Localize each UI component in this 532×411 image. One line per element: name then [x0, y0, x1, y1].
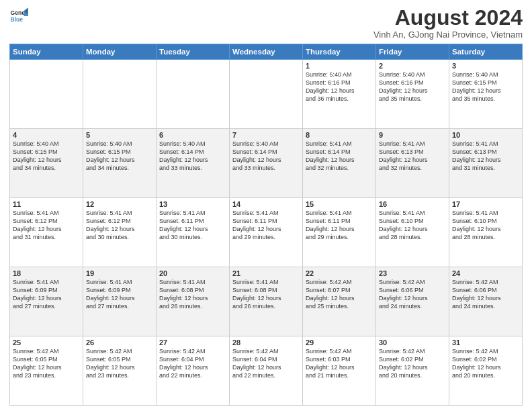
day-info-w4-d2: Sunrise: 5:42 AM Sunset: 6:04 PM Dayligh… — [159, 347, 226, 380]
calendar-cell-w0-d3 — [230, 60, 303, 129]
calendar-cell-w0-d4: 1Sunrise: 5:40 AM Sunset: 6:16 PM Daylig… — [303, 60, 376, 129]
week-row-2: 11Sunrise: 5:41 AM Sunset: 6:12 PM Dayli… — [10, 198, 523, 267]
logo: General Blue — [9, 7, 28, 26]
calendar-cell-w2-d4: 15Sunrise: 5:41 AM Sunset: 6:11 PM Dayli… — [303, 198, 376, 267]
header: General Blue August 2024 Vinh An, GJong … — [9, 7, 523, 40]
day-number-w1-d2: 6 — [159, 131, 226, 139]
day-number-w2-d0: 11 — [13, 200, 80, 208]
day-number-w4-d4: 29 — [306, 338, 373, 347]
day-number-w3-d1: 19 — [86, 269, 153, 277]
day-info-w4-d6: Sunrise: 5:42 AM Sunset: 6:02 PM Dayligh… — [452, 347, 519, 380]
day-info-w3-d1: Sunrise: 5:41 AM Sunset: 6:09 PM Dayligh… — [86, 278, 153, 311]
day-info-w4-d5: Sunrise: 5:42 AM Sunset: 6:02 PM Dayligh… — [379, 347, 446, 380]
calendar-cell-w4-d1: 26Sunrise: 5:42 AM Sunset: 6:05 PM Dayli… — [83, 336, 157, 406]
day-info-w0-d6: Sunrise: 5:40 AM Sunset: 6:15 PM Dayligh… — [452, 71, 519, 103]
header-monday: Monday — [83, 44, 157, 60]
header-sunday: Sunday — [10, 44, 83, 60]
calendar-cell-w3-d5: 23Sunrise: 5:42 AM Sunset: 6:06 PM Dayli… — [376, 267, 449, 336]
day-number-w3-d3: 21 — [232, 269, 300, 277]
day-info-w2-d2: Sunrise: 5:41 AM Sunset: 6:11 PM Dayligh… — [159, 209, 226, 242]
day-number-w0-d5: 2 — [379, 62, 446, 70]
calendar-cell-w2-d1: 12Sunrise: 5:41 AM Sunset: 6:12 PM Dayli… — [83, 198, 157, 267]
day-number-w2-d3: 14 — [232, 200, 300, 208]
day-number-w1-d0: 4 — [13, 131, 80, 139]
day-number-w0-d6: 3 — [452, 62, 519, 70]
day-info-w2-d3: Sunrise: 5:41 AM Sunset: 6:11 PM Dayligh… — [232, 209, 300, 242]
calendar-table: Sunday Monday Tuesday Wednesday Thursday… — [9, 44, 523, 406]
day-number-w4-d5: 30 — [379, 338, 446, 347]
header-friday: Friday — [376, 44, 449, 60]
day-info-w3-d6: Sunrise: 5:42 AM Sunset: 6:06 PM Dayligh… — [452, 278, 519, 311]
day-info-w2-d4: Sunrise: 5:41 AM Sunset: 6:11 PM Dayligh… — [306, 209, 373, 242]
week-row-3: 18Sunrise: 5:41 AM Sunset: 6:09 PM Dayli… — [10, 267, 523, 336]
day-info-w2-d0: Sunrise: 5:41 AM Sunset: 6:12 PM Dayligh… — [13, 209, 80, 242]
day-info-w2-d6: Sunrise: 5:41 AM Sunset: 6:10 PM Dayligh… — [452, 209, 519, 242]
logo-icon: General Blue — [9, 7, 28, 26]
day-number-w2-d5: 16 — [379, 200, 446, 208]
week-row-0: 1Sunrise: 5:40 AM Sunset: 6:16 PM Daylig… — [10, 60, 523, 129]
calendar-cell-w0-d0 — [10, 60, 83, 129]
day-info-w2-d1: Sunrise: 5:41 AM Sunset: 6:12 PM Dayligh… — [86, 209, 153, 242]
calendar-cell-w1-d0: 4Sunrise: 5:40 AM Sunset: 6:15 PM Daylig… — [10, 129, 83, 198]
day-number-w3-d4: 22 — [306, 269, 373, 277]
calendar-cell-w4-d6: 31Sunrise: 5:42 AM Sunset: 6:02 PM Dayli… — [449, 336, 523, 406]
day-number-w1-d4: 8 — [306, 131, 373, 139]
day-number-w2-d6: 17 — [452, 200, 519, 208]
calendar-cell-w0-d2 — [157, 60, 230, 129]
week-row-4: 25Sunrise: 5:42 AM Sunset: 6:05 PM Dayli… — [10, 336, 523, 406]
calendar-cell-w2-d5: 16Sunrise: 5:41 AM Sunset: 6:10 PM Dayli… — [376, 198, 449, 267]
calendar-cell-w1-d2: 6Sunrise: 5:40 AM Sunset: 6:14 PM Daylig… — [157, 129, 230, 198]
day-number-w3-d5: 23 — [379, 269, 446, 277]
day-info-w4-d1: Sunrise: 5:42 AM Sunset: 6:05 PM Dayligh… — [86, 347, 153, 380]
calendar-cell-w3-d4: 22Sunrise: 5:42 AM Sunset: 6:07 PM Dayli… — [303, 267, 376, 336]
title-block: August 2024 Vinh An, GJong Nai Province,… — [373, 7, 523, 40]
day-info-w4-d0: Sunrise: 5:42 AM Sunset: 6:05 PM Dayligh… — [13, 347, 80, 380]
header-wednesday: Wednesday — [230, 44, 303, 60]
day-number-w4-d3: 28 — [232, 338, 300, 347]
calendar-cell-w0-d6: 3Sunrise: 5:40 AM Sunset: 6:15 PM Daylig… — [449, 60, 523, 129]
calendar-cell-w2-d0: 11Sunrise: 5:41 AM Sunset: 6:12 PM Dayli… — [10, 198, 83, 267]
day-info-w3-d2: Sunrise: 5:41 AM Sunset: 6:08 PM Dayligh… — [159, 278, 226, 311]
day-info-w4-d3: Sunrise: 5:42 AM Sunset: 6:04 PM Dayligh… — [232, 347, 300, 380]
calendar-cell-w1-d4: 8Sunrise: 5:41 AM Sunset: 6:14 PM Daylig… — [303, 129, 376, 198]
day-info-w1-d6: Sunrise: 5:41 AM Sunset: 6:13 PM Dayligh… — [452, 140, 519, 173]
day-number-w3-d6: 24 — [452, 269, 519, 277]
calendar-cell-w1-d1: 5Sunrise: 5:40 AM Sunset: 6:15 PM Daylig… — [83, 129, 157, 198]
day-number-w2-d1: 12 — [86, 200, 153, 208]
calendar-cell-w4-d0: 25Sunrise: 5:42 AM Sunset: 6:05 PM Dayli… — [10, 336, 83, 406]
calendar-cell-w4-d4: 29Sunrise: 5:42 AM Sunset: 6:03 PM Dayli… — [303, 336, 376, 406]
day-info-w1-d4: Sunrise: 5:41 AM Sunset: 6:14 PM Dayligh… — [306, 140, 373, 173]
calendar-header-row: Sunday Monday Tuesday Wednesday Thursday… — [10, 44, 523, 60]
day-info-w3-d0: Sunrise: 5:41 AM Sunset: 6:09 PM Dayligh… — [13, 278, 80, 311]
calendar-cell-w2-d3: 14Sunrise: 5:41 AM Sunset: 6:11 PM Dayli… — [230, 198, 303, 267]
day-number-w1-d6: 10 — [452, 131, 519, 139]
calendar-cell-w3-d1: 19Sunrise: 5:41 AM Sunset: 6:09 PM Dayli… — [83, 267, 157, 336]
day-number-w1-d3: 7 — [232, 131, 300, 139]
calendar-cell-w3-d2: 20Sunrise: 5:41 AM Sunset: 6:08 PM Dayli… — [157, 267, 230, 336]
calendar-cell-w1-d6: 10Sunrise: 5:41 AM Sunset: 6:13 PM Dayli… — [449, 129, 523, 198]
day-info-w3-d5: Sunrise: 5:42 AM Sunset: 6:06 PM Dayligh… — [379, 278, 446, 311]
day-number-w1-d5: 9 — [379, 131, 446, 139]
day-number-w4-d0: 25 — [13, 338, 80, 347]
header-tuesday: Tuesday — [157, 44, 230, 60]
calendar-cell-w4-d2: 27Sunrise: 5:42 AM Sunset: 6:04 PM Dayli… — [157, 336, 230, 406]
day-number-w2-d2: 13 — [159, 200, 226, 208]
day-info-w1-d2: Sunrise: 5:40 AM Sunset: 6:14 PM Dayligh… — [159, 140, 226, 173]
day-number-w4-d2: 27 — [159, 338, 226, 347]
calendar-cell-w1-d3: 7Sunrise: 5:40 AM Sunset: 6:14 PM Daylig… — [230, 129, 303, 198]
day-info-w1-d1: Sunrise: 5:40 AM Sunset: 6:15 PM Dayligh… — [86, 140, 153, 173]
day-info-w1-d0: Sunrise: 5:40 AM Sunset: 6:15 PM Dayligh… — [13, 140, 80, 173]
calendar-cell-w3-d0: 18Sunrise: 5:41 AM Sunset: 6:09 PM Dayli… — [10, 267, 83, 336]
calendar-cell-w4-d5: 30Sunrise: 5:42 AM Sunset: 6:02 PM Dayli… — [376, 336, 449, 406]
calendar-cell-w2-d6: 17Sunrise: 5:41 AM Sunset: 6:10 PM Dayli… — [449, 198, 523, 267]
calendar-cell-w0-d1 — [83, 60, 157, 129]
page: General Blue August 2024 Vinh An, GJong … — [0, 0, 532, 411]
calendar-cell-w4-d3: 28Sunrise: 5:42 AM Sunset: 6:04 PM Dayli… — [230, 336, 303, 406]
day-info-w0-d5: Sunrise: 5:40 AM Sunset: 6:16 PM Dayligh… — [379, 71, 446, 103]
svg-text:Blue: Blue — [11, 16, 24, 23]
day-number-w3-d2: 20 — [159, 269, 226, 277]
calendar-cell-w2-d2: 13Sunrise: 5:41 AM Sunset: 6:11 PM Dayli… — [157, 198, 230, 267]
week-row-1: 4Sunrise: 5:40 AM Sunset: 6:15 PM Daylig… — [10, 129, 523, 198]
day-number-w1-d1: 5 — [86, 131, 153, 139]
day-info-w1-d3: Sunrise: 5:40 AM Sunset: 6:14 PM Dayligh… — [232, 140, 300, 173]
